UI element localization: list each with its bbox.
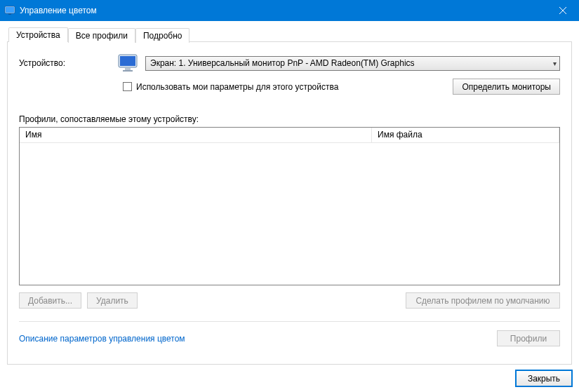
app-icon: [4, 5, 15, 16]
tab-all-profiles[interactable]: Все профили: [68, 28, 135, 43]
device-select-value: Экран: 1. Универсальный монитор PnP - AM…: [150, 58, 415, 68]
profile-buttons-row: Добавить... Удалить Сделать профилем по …: [19, 292, 560, 309]
close-dialog-button[interactable]: Закрыть: [516, 370, 572, 386]
remove-button: Удалить: [87, 292, 138, 309]
svg-rect-6: [120, 56, 135, 66]
dialog-footer: Закрыть: [7, 370, 572, 386]
use-my-settings-checkbox[interactable]: [123, 82, 132, 91]
use-settings-row: Использовать мои параметры для этого уст…: [19, 79, 560, 95]
svg-rect-7: [125, 68, 131, 70]
chevron-down-icon: ▾: [553, 60, 557, 67]
devices-panel: Устройство: Экран: 1. Универсальный мони…: [7, 41, 572, 365]
description-link[interactable]: Описание параметров управления цветом: [19, 334, 185, 344]
device-select[interactable]: Экран: 1. Универсальный монитор PnP - AM…: [145, 56, 560, 71]
device-label: Устройство:: [19, 58, 117, 68]
svg-rect-8: [123, 70, 133, 72]
profiles-list[interactable]: Имя Имя файла: [19, 127, 560, 285]
title-bar: Управление цветом: [0, 0, 579, 21]
svg-rect-1: [6, 7, 14, 13]
divider: [19, 321, 560, 322]
tab-devices[interactable]: Устройства: [8, 27, 68, 42]
profiles-for-device-label: Профили, сопоставляемые этому устройству…: [19, 114, 560, 124]
device-row: Устройство: Экран: 1. Универсальный мони…: [19, 53, 560, 73]
tab-strip: Устройства Все профили Подробно: [7, 27, 572, 42]
profiles-list-body: [20, 143, 559, 285]
use-my-settings-label: Использовать мои параметры для этого уст…: [136, 82, 338, 92]
svg-rect-2: [8, 13, 11, 15]
panel-footer: Описание параметров управления цветом Пр…: [19, 330, 560, 346]
set-default-button: Сделать профилем по умолчанию: [406, 292, 560, 309]
column-file[interactable]: Имя файла: [372, 128, 559, 142]
identify-monitors-button[interactable]: Определить мониторы: [453, 79, 560, 95]
profiles-list-header: Имя Имя файла: [20, 128, 559, 143]
column-name[interactable]: Имя: [20, 128, 372, 142]
window-title: Управление цветом: [20, 6, 547, 15]
client-area: Устройства Все профили Подробно Устройст…: [0, 21, 579, 392]
monitor-icon: [117, 53, 140, 73]
tab-advanced[interactable]: Подробно: [135, 28, 190, 43]
profiles-button: Профили: [497, 330, 560, 346]
close-button[interactable]: [547, 0, 579, 21]
add-button: Добавить...: [19, 292, 81, 309]
